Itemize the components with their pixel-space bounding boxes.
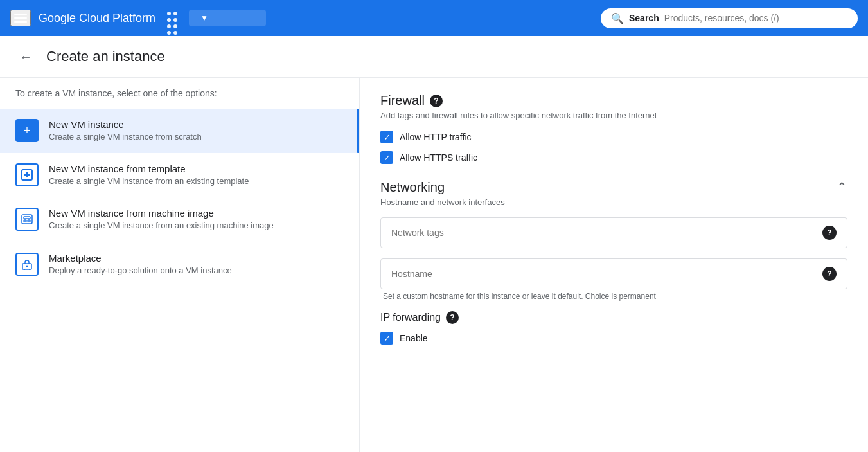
marketplace-title: Marketplace <box>49 253 232 264</box>
marketplace-content: Marketplace Deploy a ready-to-go solutio… <box>49 253 232 276</box>
sidebar-item-new-vm-template[interactable]: New VM instance from template Create a s… <box>0 153 359 197</box>
subheader: ← Create an instance <box>0 36 868 78</box>
networking-desc: Hostname and network interfaces <box>380 197 847 207</box>
networking-section: Networking ⌃ Hostname and network interf… <box>380 179 847 345</box>
new-vm-machine-image-icon <box>15 208 39 231</box>
network-tags-help-icon[interactable]: ? <box>822 226 837 240</box>
hostname-hint: Set a custom hostname for this instance … <box>380 292 847 301</box>
networking-header: Networking ⌃ <box>380 179 847 195</box>
new-vm-machine-image-title: New VM instance from machine image <box>49 208 274 219</box>
ip-forwarding-section: IP forwarding ? ✓ Enable <box>380 311 847 345</box>
networking-collapse-icon[interactable]: ⌃ <box>837 179 847 195</box>
new-vm-title: New VM instance <box>49 119 202 130</box>
ip-forwarding-checkbox[interactable]: ✓ <box>380 332 393 345</box>
svg-rect-5 <box>24 220 26 222</box>
firewall-desc: Add tags and firewall rules to allow spe… <box>380 111 847 120</box>
svg-rect-4 <box>24 217 30 219</box>
hostname-input[interactable] <box>391 269 822 279</box>
allow-http-row: ✓ Allow HTTP traffic <box>380 131 847 143</box>
sidebar-item-marketplace[interactable]: Marketplace Deploy a ready-to-go solutio… <box>0 242 359 287</box>
sidebar-item-new-vm-machine-image[interactable]: New VM instance from machine image Creat… <box>0 197 359 242</box>
svg-rect-3 <box>22 215 32 224</box>
search-label: Search <box>629 13 659 23</box>
ip-forwarding-help-icon[interactable]: ? <box>446 311 459 324</box>
marketplace-desc: Deploy a ready-to-go solution onto a VM … <box>49 265 232 276</box>
search-input[interactable] <box>664 13 847 23</box>
new-vm-template-icon <box>15 163 39 186</box>
new-vm-machine-image-desc: Create a single VM instance from an exis… <box>49 220 274 231</box>
project-selector[interactable]: ▼ <box>189 10 266 26</box>
firewall-title-row: Firewall ? <box>380 93 443 108</box>
allow-https-label: Allow HTTPS traffic <box>400 152 477 163</box>
networking-title-row: Networking <box>380 180 445 195</box>
firewall-header: Firewall ? <box>380 93 847 108</box>
app-switcher-icon[interactable] <box>163 9 181 27</box>
svg-point-8 <box>26 265 28 267</box>
sidebar-item-new-vm[interactable]: + New VM instance Create a single VM ins… <box>0 109 359 153</box>
app-logo: Google Cloud Platform <box>39 12 155 25</box>
firewall-section: Firewall ? Add tags and firewall rules t… <box>380 93 847 164</box>
main-layout: To create a VM instance, select one of t… <box>0 78 868 452</box>
hostname-help-icon[interactable]: ? <box>822 267 837 281</box>
checkmark-icon: ✓ <box>384 334 391 343</box>
new-vm-content: New VM instance Create a single VM insta… <box>49 119 202 143</box>
back-button[interactable]: ← <box>15 46 36 67</box>
allow-https-row: ✓ Allow HTTPS traffic <box>380 151 847 164</box>
new-vm-template-desc: Create a single VM instance from an exis… <box>49 176 249 187</box>
allow-http-checkbox[interactable]: ✓ <box>380 131 393 143</box>
hamburger-button[interactable] <box>10 10 31 26</box>
firewall-help-icon[interactable]: ? <box>430 95 443 107</box>
new-vm-template-title: New VM instance from template <box>49 163 249 174</box>
checkmark-icon: ✓ <box>384 133 391 141</box>
network-tags-input[interactable] <box>391 228 822 238</box>
hostname-field[interactable]: ? <box>380 258 847 289</box>
network-tags-field[interactable]: ? <box>380 217 847 248</box>
ip-forwarding-enable-row: ✓ Enable <box>380 332 847 345</box>
firewall-title: Firewall <box>380 93 425 108</box>
search-icon: 🔍 <box>611 12 624 24</box>
new-vm-icon: + <box>15 119 39 142</box>
checkmark-icon: ✓ <box>384 154 391 162</box>
topnav: Google Cloud Platform ▼ 🔍 Search <box>0 0 868 36</box>
networking-title: Networking <box>380 180 445 195</box>
svg-rect-6 <box>28 220 30 222</box>
ip-forwarding-enable-label: Enable <box>400 333 428 343</box>
allow-https-checkbox[interactable]: ✓ <box>380 151 393 164</box>
page-title: Create an instance <box>46 48 165 65</box>
marketplace-icon <box>15 253 39 276</box>
right-panel: Firewall ? Add tags and firewall rules t… <box>360 78 868 452</box>
sidebar: To create a VM instance, select one of t… <box>0 78 360 452</box>
search-bar[interactable]: 🔍 Search <box>601 8 858 28</box>
ip-forwarding-title: IP forwarding <box>380 312 441 323</box>
sidebar-intro: To create a VM instance, select one of t… <box>0 88 359 109</box>
allow-http-label: Allow HTTP traffic <box>400 132 472 142</box>
new-vm-desc: Create a single VM instance from scratch <box>49 131 202 143</box>
ip-forwarding-title-row: IP forwarding ? <box>380 311 847 324</box>
new-vm-machine-image-content: New VM instance from machine image Creat… <box>49 208 274 231</box>
new-vm-template-content: New VM instance from template Create a s… <box>49 163 249 187</box>
chevron-down-icon: ▼ <box>200 14 208 23</box>
